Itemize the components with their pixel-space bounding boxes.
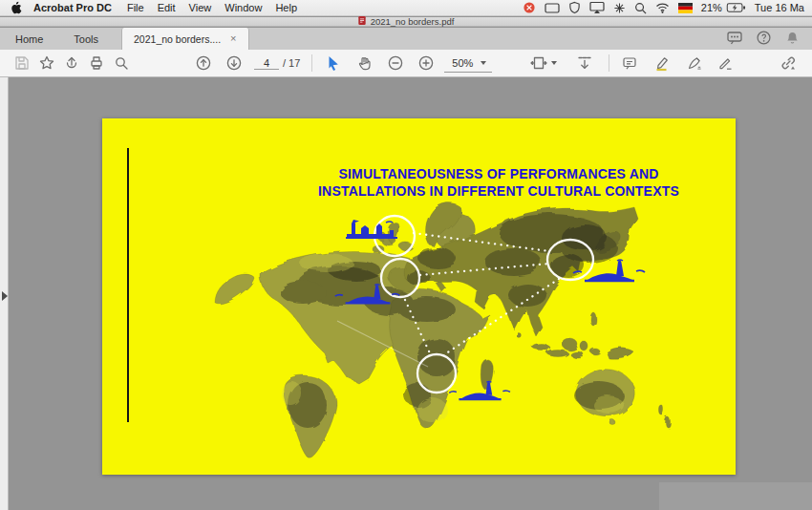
tab-close-icon[interactable]: × bbox=[230, 33, 236, 44]
slide-title: SIMULTANEOUSNESS OF PERFORMANCES AND INS… bbox=[269, 166, 728, 200]
zoom-level-dropdown[interactable]: 50% bbox=[444, 54, 492, 73]
toolbar-divider bbox=[609, 54, 609, 72]
menu-app-name[interactable]: Acrobat Pro DC bbox=[33, 2, 112, 13]
window-corner bbox=[659, 482, 812, 510]
tab-home[interactable]: Home bbox=[0, 28, 58, 50]
menu-item-help[interactable]: Help bbox=[275, 2, 297, 13]
save-icon[interactable] bbox=[10, 52, 34, 74]
caret-down-icon bbox=[551, 61, 557, 65]
menu-item-view[interactable]: View bbox=[189, 2, 212, 13]
tab-document-label: 2021_no borders.... bbox=[134, 33, 221, 45]
window-document-title: 2021_no borders.pdf bbox=[371, 16, 455, 27]
menu-item-edit[interactable]: Edit bbox=[158, 2, 176, 13]
menu-item-file[interactable]: File bbox=[127, 2, 144, 13]
menu-item-window[interactable]: Window bbox=[224, 2, 262, 13]
display-icon[interactable] bbox=[545, 2, 560, 14]
battery-charging-icon[interactable] bbox=[726, 2, 746, 13]
fit-width-icon[interactable] bbox=[530, 52, 557, 74]
fit-page-icon[interactable] bbox=[572, 52, 597, 74]
comment-panel-icon[interactable] bbox=[726, 30, 743, 48]
main-toolbar: / 17 50% bbox=[0, 50, 812, 77]
upload-cloud-icon[interactable] bbox=[59, 52, 84, 74]
wifi-icon[interactable] bbox=[655, 2, 670, 13]
share-link-icon[interactable] bbox=[776, 52, 801, 74]
help-icon[interactable] bbox=[756, 30, 772, 48]
fill-sign-icon[interactable] bbox=[713, 52, 737, 74]
german-flag-icon[interactable] bbox=[678, 3, 693, 13]
acrobat-window: Acrobat Pro DC File Edit View Window Hel… bbox=[0, 0, 812, 510]
zoom-level-value: 50% bbox=[452, 57, 473, 69]
page-total-label: / 17 bbox=[283, 57, 300, 69]
menu-clock[interactable]: Tue 16 Ma bbox=[755, 2, 804, 13]
spotlight-search-icon[interactable] bbox=[634, 2, 647, 14]
highlight-tool-icon[interactable] bbox=[650, 52, 674, 74]
page-number-input[interactable] bbox=[254, 57, 279, 70]
tab-document[interactable]: 2021_no borders.... × bbox=[121, 28, 249, 50]
page-down-icon[interactable] bbox=[222, 52, 246, 74]
panel-expand-arrow-icon[interactable] bbox=[2, 291, 8, 301]
comment-tool-icon[interactable] bbox=[617, 52, 642, 74]
zoom-in-icon[interactable] bbox=[414, 52, 438, 74]
sign-tool-icon[interactable] bbox=[682, 52, 707, 74]
page-up-icon[interactable] bbox=[191, 52, 216, 74]
battery-percent: 21% bbox=[701, 2, 722, 13]
shield-icon[interactable] bbox=[568, 1, 581, 14]
keyboard-brightness-icon[interactable] bbox=[613, 2, 626, 14]
caret-down-icon bbox=[481, 61, 486, 65]
slide-title-line2: INSTALLATIONS IN DIFFERENT CULTURAL CONT… bbox=[269, 183, 728, 201]
tab-bar: Home Tools 2021_no borders.... × bbox=[0, 28, 812, 50]
star-icon[interactable] bbox=[34, 52, 59, 74]
title-bar: 2021_no borders.pdf bbox=[0, 17, 812, 27]
toolbar-divider bbox=[311, 54, 312, 72]
menu-bar: Acrobat Pro DC File Edit View Window Hel… bbox=[0, 0, 812, 16]
select-tool-icon[interactable] bbox=[320, 52, 345, 74]
pdf-file-icon bbox=[358, 16, 366, 27]
airplay-icon[interactable] bbox=[589, 1, 605, 14]
find-icon[interactable] bbox=[109, 52, 134, 74]
document-pane[interactable]: SIMULTANEOUSNESS OF PERFORMANCES AND INS… bbox=[0, 77, 812, 510]
slide-vertical-bar bbox=[127, 148, 129, 422]
tab-tools[interactable]: Tools bbox=[58, 28, 114, 50]
slide-title-line1: SIMULTANEOUSNESS OF PERFORMANCES AND bbox=[269, 166, 728, 183]
zoom-out-icon[interactable] bbox=[383, 52, 408, 74]
apple-icon[interactable] bbox=[10, 0, 22, 16]
print-icon[interactable] bbox=[84, 52, 109, 74]
hand-tool-icon[interactable] bbox=[353, 52, 377, 74]
sketch-reclining-figure-indian-ocean bbox=[449, 381, 510, 399]
notification-disabled-icon[interactable] bbox=[523, 1, 536, 14]
pdf-page-slide[interactable]: SIMULTANEOUSNESS OF PERFORMANCES AND INS… bbox=[102, 118, 736, 475]
notifications-bell-icon[interactable] bbox=[784, 30, 801, 48]
